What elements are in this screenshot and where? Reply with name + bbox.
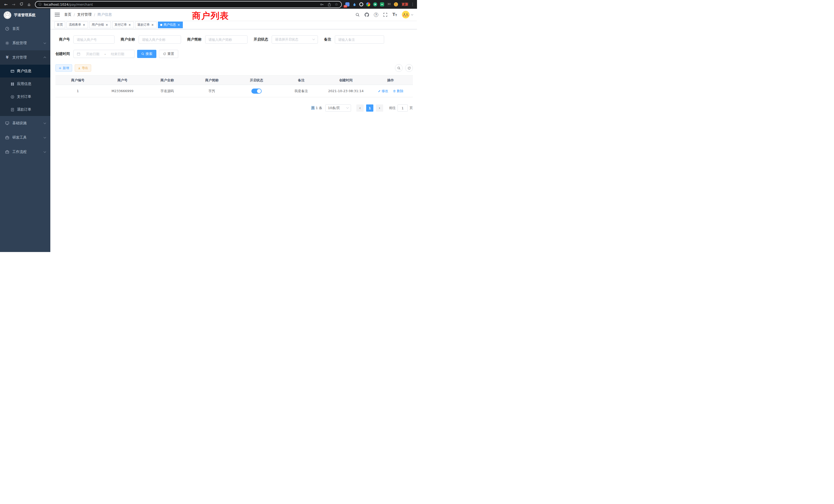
sidebar-item-pay-order[interactable]: 支付订单	[0, 90, 50, 103]
tab-merchant-info[interactable]: 商户信息 ×	[158, 22, 183, 28]
search-icon	[397, 66, 400, 70]
breadcrumb-item[interactable]: 首页	[64, 12, 71, 17]
column-header: 开启状态	[234, 76, 279, 85]
sidebar-item-workflow[interactable]: 工作流程	[0, 145, 50, 159]
extension-icon[interactable]	[394, 2, 398, 6]
search-button[interactable]: 搜索	[137, 50, 156, 58]
status-toggle[interactable]	[251, 89, 262, 94]
create-time-range-picker[interactable]: -	[73, 50, 135, 58]
password-key-icon[interactable]	[320, 3, 324, 6]
toggle-search-button[interactable]	[395, 64, 403, 72]
edit-link[interactable]: 修改	[378, 89, 388, 93]
sidebar-item-dev-tools[interactable]: 研发工具	[0, 130, 50, 145]
browser-reload-icon[interactable]	[18, 2, 25, 7]
chevron-up-icon	[44, 57, 46, 59]
extension-icon[interactable]	[366, 2, 370, 6]
close-icon[interactable]: ×	[128, 23, 131, 27]
share-icon[interactable]	[327, 3, 331, 6]
close-icon[interactable]: ×	[177, 23, 180, 27]
merchant-table: 商户编号 商户号 商户全称 商户简称 开启状态 备注 创建时间 操作 1 M23…	[56, 75, 413, 97]
sidebar-item-infrastructure[interactable]: 基础设施	[0, 116, 50, 130]
browser-forward-icon[interactable]: →	[10, 2, 18, 7]
tab-label: 退款订单	[137, 23, 150, 27]
plus-icon: +	[59, 66, 62, 70]
font-size-icon[interactable]: TT	[392, 13, 397, 17]
browser-home-icon[interactable]: ⌂	[25, 2, 33, 7]
extension-icon[interactable]	[373, 2, 377, 6]
avatar	[402, 11, 410, 19]
cell-remark: 我是备注	[279, 85, 324, 97]
app-logo[interactable]: 芋道管理系统	[0, 9, 50, 22]
page-number-button[interactable]: 1	[366, 105, 373, 112]
top-navbar: 首页 / 支付管理 / 商户信息 ? TT	[50, 9, 417, 21]
cell-short-name: 芋艿	[190, 85, 234, 97]
extension-icon[interactable]	[359, 2, 363, 6]
page-size-select[interactable]: 10条/页	[325, 105, 351, 112]
merchant-full-name-input[interactable]	[139, 36, 181, 44]
sidebar-item-label: 退款订单	[17, 107, 31, 112]
refresh-icon	[408, 66, 411, 70]
sidebar-item-label: 首页	[12, 26, 20, 31]
url-bar[interactable]: ⓘ localhost:1024 /pay/merchant ☆	[35, 1, 342, 8]
chevron-down-icon	[44, 151, 46, 153]
extension-icon[interactable]: 10	[345, 2, 349, 6]
extension-icon[interactable]	[352, 2, 356, 6]
url-host: localhost:1024	[44, 3, 69, 6]
export-button[interactable]: 导出	[75, 64, 91, 72]
browser-back-icon[interactable]: ←	[2, 2, 10, 7]
breadcrumb-item[interactable]: 支付管理	[77, 12, 92, 17]
browser-update-button[interactable]: 更新	[401, 2, 408, 7]
bookmark-star-icon[interactable]: ☆	[335, 2, 338, 7]
browser-menu-icon[interactable]: ⋮	[410, 2, 415, 7]
sidebar-item-payment[interactable]: ¥ 支付管理	[0, 50, 50, 65]
tab-process-form[interactable]: 流程表单 ×	[66, 22, 88, 28]
add-button[interactable]: + 新增	[56, 64, 72, 72]
tab-user-group[interactable]: 用户分组 ×	[89, 22, 111, 28]
column-header: 操作	[368, 76, 413, 85]
merchant-no-input[interactable]	[73, 36, 114, 44]
goto-page-input[interactable]	[397, 105, 408, 112]
sidebar-item-label: 应用信息	[17, 82, 31, 86]
grid-icon	[10, 82, 14, 86]
sidebar-item-refund-order[interactable]: 退款订单	[0, 103, 50, 116]
reset-button[interactable]: 重置	[159, 50, 178, 58]
edit-icon	[378, 90, 381, 93]
select-placeholder: 请选择开启状态	[275, 37, 299, 42]
close-icon[interactable]: ×	[82, 23, 86, 27]
remark-input[interactable]	[335, 36, 384, 44]
merchant-short-name-input[interactable]	[205, 36, 247, 44]
tab-refund-order[interactable]: 退款订单 ×	[135, 22, 157, 28]
close-icon[interactable]: ×	[105, 23, 109, 27]
prev-page-button[interactable]: ‹	[356, 105, 364, 112]
help-icon[interactable]: ?	[374, 13, 378, 17]
dashboard-icon	[5, 27, 9, 31]
sidebar-item-label: 支付订单	[17, 94, 31, 99]
page-content: 商户号 商户全称 商户简称 开启状态 请选择开启状态	[50, 29, 417, 252]
column-header: 商户编号	[56, 76, 100, 85]
sidebar-item-app-info[interactable]: 应用信息	[0, 77, 50, 90]
status-select[interactable]: 请选择开启状态	[272, 36, 318, 44]
cell-create-time: 2021-10-23 08:31:14	[324, 85, 368, 97]
hamburger-icon[interactable]	[54, 12, 60, 17]
extension-icon[interactable]	[387, 2, 391, 6]
fullscreen-icon[interactable]	[383, 13, 388, 17]
download-icon	[78, 67, 81, 70]
sidebar-item-system[interactable]: 系统管理	[0, 36, 50, 50]
close-icon[interactable]: ×	[151, 23, 154, 27]
tab-home[interactable]: 首页	[54, 22, 65, 28]
site-info-icon[interactable]: ⓘ	[39, 2, 42, 7]
user-menu[interactable]	[402, 11, 413, 19]
sidebar-item-merchant-info[interactable]: 商户信息	[0, 65, 50, 77]
tab-pay-order[interactable]: 支付订单 ×	[112, 22, 134, 28]
end-date-input[interactable]	[106, 52, 129, 56]
sidebar-item-label: 基础设施	[12, 121, 27, 125]
search-icon[interactable]	[355, 13, 360, 17]
refresh-table-button[interactable]	[405, 64, 413, 72]
sidebar-item-label: 支付管理	[12, 55, 27, 60]
extension-icon[interactable]	[380, 2, 384, 6]
github-icon[interactable]	[365, 13, 369, 17]
sidebar-item-home[interactable]: 首页	[0, 22, 50, 36]
start-date-input[interactable]	[81, 52, 104, 56]
delete-link[interactable]: 删除	[393, 89, 403, 93]
next-page-button[interactable]: ›	[376, 105, 383, 112]
